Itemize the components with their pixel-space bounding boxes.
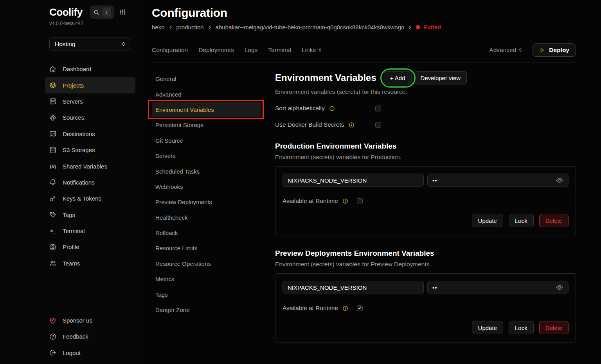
subnav-item-servers[interactable]: Servers (152, 148, 261, 163)
sidebar-item-projects[interactable]: Projects (45, 77, 135, 93)
info-icon (329, 106, 335, 111)
subnav-item-git-source[interactable]: Git Source (152, 133, 261, 148)
breadcrumb-item[interactable]: beko (152, 24, 165, 30)
info-icon (349, 122, 354, 128)
available-at-runtime-row: Available at Runtime (283, 305, 569, 312)
sort-alphabetically-row: Sort alphabetically (275, 105, 576, 112)
delete-button[interactable]: Delete (539, 321, 569, 334)
subnav-item-danger-zone[interactable]: Danger Zone (152, 302, 261, 317)
subnav-item-environment-variables[interactable]: Environment Variables (152, 102, 261, 117)
available-at-runtime-checkbox[interactable] (357, 305, 363, 311)
configuration-subnav: General Advanced Environment Variables P… (152, 71, 263, 342)
search-shortcut-key: / (103, 7, 111, 17)
subnav-item-general[interactable]: General (152, 71, 261, 86)
app-version: v4.0.0-beta.442 (46, 21, 135, 26)
deploy-button[interactable]: Deploy (533, 43, 576, 57)
sidebar-item-label: Terminal (63, 228, 85, 234)
subnav-item-advanced[interactable]: Advanced (152, 86, 261, 102)
eye-icon[interactable] (556, 283, 563, 291)
sidebar-item-tags[interactable]: Tags (45, 207, 135, 223)
status-dot (416, 25, 420, 29)
variable-value-input[interactable] (432, 284, 556, 291)
sidebar-item-profile[interactable]: Profile (45, 239, 135, 255)
team-selector[interactable]: Hosting (49, 38, 130, 50)
sidebar-item-label: Destinations (63, 131, 95, 137)
sidebar-item-terminal[interactable]: >_ Terminal (45, 223, 135, 239)
variable-key-input[interactable] (283, 281, 424, 294)
update-button[interactable]: Update (472, 214, 503, 227)
key-icon (49, 195, 57, 203)
sidebar-footer-nav: Sponsor us Feedback Logout (46, 312, 135, 361)
subnav-item-tags[interactable]: Tags (152, 287, 261, 302)
sidebar-item-feedback[interactable]: Feedback (45, 328, 135, 344)
server-icon (49, 97, 57, 105)
sidebar-item-label: Sponsor us (63, 317, 92, 324)
terminal-icon: >_ (49, 227, 57, 235)
tab-configuration[interactable]: Configuration (152, 47, 188, 54)
tab-logs[interactable]: Logs (245, 47, 258, 54)
layers-icon (49, 81, 57, 89)
environment-variables-panel: Environment Variables + Add Developer vi… (275, 71, 576, 342)
git-icon (49, 114, 57, 122)
subnav-item-webhooks[interactable]: Webhooks (152, 179, 261, 194)
sidebar-item-label: Notifications (63, 179, 95, 186)
eye-icon[interactable] (556, 176, 563, 184)
sidebar-item-label: Sources (63, 114, 84, 121)
adjustments-icon[interactable] (119, 9, 126, 16)
tab-terminal[interactable]: Terminal (268, 47, 291, 54)
chevron-right-icon (207, 25, 212, 30)
subnav-item-persistent-storage[interactable]: Persistent Storage (152, 117, 261, 133)
section-title: Preview Deployments Environment Variable… (275, 249, 576, 258)
subnav-item-healthcheck[interactable]: Healthcheck (152, 210, 261, 225)
sidebar-item-s3-storages[interactable]: S3 Storages (45, 142, 135, 158)
available-at-runtime-checkbox[interactable] (357, 198, 363, 204)
breadcrumb-item[interactable]: abubakar--meigag/vid-tube-beko-pro:main-… (216, 24, 405, 30)
sidebar-item-destinations[interactable]: Destinations (45, 126, 135, 142)
subnav-item-resource-operations[interactable]: Resource Operations (152, 256, 261, 271)
sidebar-item-logout[interactable]: Logout (45, 345, 135, 361)
available-at-runtime-label: Available at Runtime (283, 305, 338, 312)
tab-deployments[interactable]: Deployments (198, 47, 234, 54)
variable-key-input[interactable] (283, 174, 424, 187)
subnav-item-scheduled-tasks[interactable]: Scheduled Tasks (152, 163, 261, 179)
developer-view-button[interactable]: Developer view (414, 71, 467, 84)
chevron-right-icon (168, 25, 173, 30)
docker-build-secrets-checkbox[interactable] (375, 122, 381, 128)
tab-links[interactable]: Links (302, 47, 323, 54)
lock-button[interactable]: Lock (509, 214, 534, 227)
chevron-updown-icon (518, 47, 523, 53)
sidebar-item-label: S3 Storages (63, 147, 95, 153)
sidebar-item-dashboard[interactable]: Dashboard (45, 61, 135, 77)
sidebar-item-label: Logout (63, 350, 81, 356)
lock-button[interactable]: Lock (509, 321, 534, 334)
delete-button[interactable]: Delete (539, 214, 569, 227)
sidebar-item-notifications[interactable]: Notifications (45, 174, 135, 190)
search-icon (93, 9, 100, 16)
subnav-item-resource-limits[interactable]: Resource Limits (152, 240, 261, 256)
sidebar-item-label: Profile (63, 244, 79, 250)
add-variable-button[interactable]: + Add (384, 71, 412, 84)
sidebar-item-sponsor-us[interactable]: Sponsor us (45, 312, 135, 328)
search-button[interactable]: / (90, 5, 114, 19)
panel-subtitle: Environment variables (secrets) for this… (275, 88, 576, 95)
sidebar-nav: Dashboard Projects Servers Sources Desti… (46, 61, 135, 271)
status-badge: Exited (424, 24, 441, 30)
sidebar-item-sources[interactable]: Sources (45, 109, 135, 126)
sort-alphabetically-checkbox[interactable] (375, 106, 381, 111)
subnav-item-preview-deployments[interactable]: Preview Deployments (152, 194, 261, 210)
sidebar-item-shared-variables[interactable]: (x) Shared Variables (45, 158, 135, 174)
variable-value-field (427, 281, 569, 294)
update-button[interactable]: Update (472, 321, 503, 334)
main-content: Configuration beko production abubakar--… (138, 0, 601, 364)
subnav-item-metrics[interactable]: Metrics (152, 271, 261, 287)
subnav-item-rollback[interactable]: Rollback (152, 225, 261, 240)
sidebar-item-servers[interactable]: Servers (45, 93, 135, 109)
sidebar-item-teams[interactable]: Teams (45, 255, 135, 271)
env-variable-card: Available at Runtime Update Lock Delete (275, 273, 576, 342)
advanced-dropdown[interactable]: Advanced (489, 47, 523, 54)
sidebar-item-keys-tokens[interactable]: Keys & Tokens (45, 190, 135, 206)
variable-value-field (427, 174, 569, 187)
sidebar-item-label: Dashboard (63, 66, 91, 72)
breadcrumb-item[interactable]: production (176, 24, 204, 30)
variable-value-input[interactable] (432, 177, 556, 184)
